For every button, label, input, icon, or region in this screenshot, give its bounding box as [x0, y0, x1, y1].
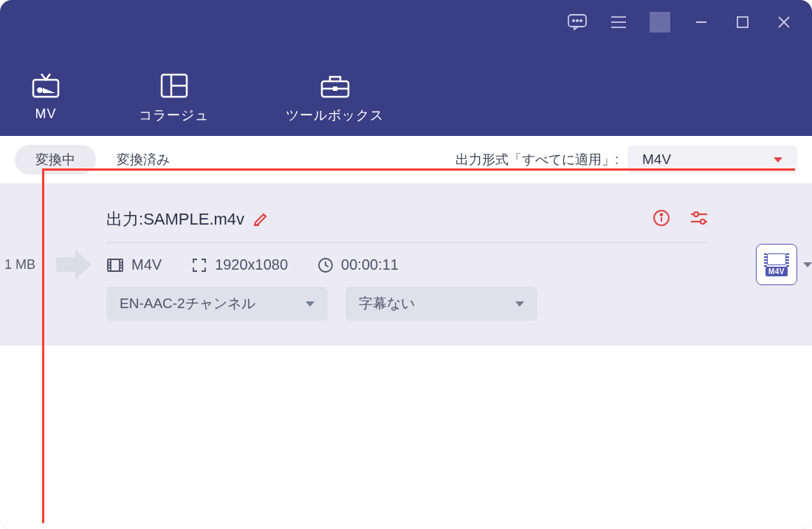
annotation-line-horizontal	[42, 168, 795, 171]
arrow-icon	[56, 250, 93, 279]
output-format-value: M4V	[642, 151, 671, 168]
svg-rect-8	[737, 17, 748, 27]
chevron-down-icon	[306, 301, 314, 307]
film-icon	[767, 253, 786, 265]
svg-point-21	[661, 214, 663, 216]
tab-strip: 変換中 変換済み 出力形式「すべてに適用」: M4V	[0, 136, 812, 183]
subtitle-select-value: 字幕ない	[359, 294, 415, 313]
clock-icon	[317, 257, 334, 273]
header: MV コラージュ	[0, 0, 812, 136]
svg-rect-11	[33, 80, 58, 97]
format-badge: M4V	[756, 244, 797, 285]
nav: MV コラージュ	[15, 72, 399, 124]
feedback-icon[interactable]	[567, 12, 588, 33]
nav-collage[interactable]: コラージュ	[124, 72, 224, 124]
menu-icon[interactable]	[608, 12, 629, 33]
svg-point-12	[38, 89, 42, 92]
annotation-line-vertical	[42, 168, 44, 523]
chevron-down-icon	[774, 157, 782, 163]
svg-point-3	[580, 20, 582, 21]
file-output-label: 出力:SAMPLE.m4v	[106, 208, 244, 231]
nav-collage-label: コラージュ	[139, 106, 209, 124]
mv-icon	[30, 72, 62, 99]
output-format-label: 出力形式「すべてに適用」:	[455, 151, 619, 168]
nav-toolbox[interactable]: ツールボックス	[271, 72, 399, 124]
meta-codec: M4V	[106, 256, 162, 273]
meta-duration: 00:00:11	[317, 256, 399, 273]
chevron-down-icon	[803, 262, 812, 267]
file-body: 出力:SAMPLE.m4v	[106, 208, 738, 321]
svg-rect-18	[333, 86, 337, 91]
subtitle-select[interactable]: 字幕ない	[345, 287, 537, 321]
nav-mv-label: MV	[35, 106, 57, 122]
selects-row: EN-AAC-2チャンネル 字幕ない	[106, 287, 709, 321]
toolbox-icon	[319, 72, 351, 99]
expand-icon	[191, 257, 207, 273]
app-window: MV コラージュ	[0, 0, 812, 529]
adjust-icon[interactable]	[689, 210, 709, 229]
maximize-button[interactable]	[732, 12, 753, 33]
meta-duration-value: 00:00:11	[341, 256, 399, 273]
audio-select[interactable]: EN-AAC-2チャンネル	[106, 287, 328, 321]
meta-resolution-value: 1920x1080	[215, 256, 288, 273]
titlebar	[567, 12, 794, 33]
file-meta-row: M4V 1920x1080 00:00:	[106, 256, 709, 273]
svg-point-26	[701, 219, 705, 224]
content-area: 1 MB 出力:SAMPLE.m4v	[0, 183, 812, 505]
film-icon	[106, 258, 124, 273]
nav-toolbox-label: ツールボックス	[286, 106, 384, 124]
format-badge-text: M4V	[765, 267, 788, 276]
empty-area	[0, 346, 812, 508]
svg-point-2	[577, 20, 578, 21]
minimize-button[interactable]	[691, 12, 712, 33]
edit-icon[interactable]	[253, 210, 269, 229]
meta-codec-value: M4V	[131, 256, 162, 273]
format-badge-group[interactable]: M4V	[738, 244, 812, 285]
nav-mv[interactable]: MV	[15, 72, 77, 124]
svg-point-1	[573, 20, 574, 21]
titlebar-separator	[650, 12, 670, 33]
meta-resolution: 1920x1080	[191, 256, 288, 273]
collage-icon	[158, 72, 190, 99]
svg-point-25	[694, 212, 698, 216]
tab-converted[interactable]: 変換済み	[117, 151, 170, 168]
chevron-down-icon	[515, 301, 524, 307]
info-icon[interactable]	[653, 209, 670, 230]
file-title-row: 出力:SAMPLE.m4v	[106, 208, 709, 243]
file-item: 1 MB 出力:SAMPLE.m4v	[0, 183, 812, 346]
audio-select-value: EN-AAC-2チャンネル	[120, 294, 255, 313]
close-button[interactable]	[774, 12, 794, 33]
